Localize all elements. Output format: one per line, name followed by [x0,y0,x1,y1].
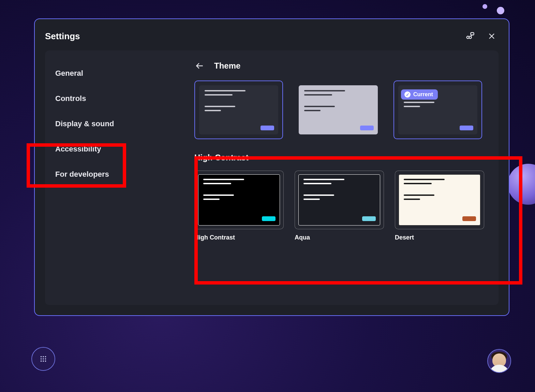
high-contrast-label: High Contrast [194,234,284,241]
decorative-moon [482,4,487,9]
settings-panel: Settings General Controls Display & soun… [34,18,509,316]
sidebar-item-general[interactable]: General [45,61,175,86]
current-badge-label: Current [413,91,433,98]
high-contrast-option-desert[interactable] [395,171,484,229]
svg-point-1 [469,36,472,39]
high-contrast-title: High Contrast [194,153,492,162]
sidebar-item-accessibility[interactable]: Accessibility [45,136,175,162]
high-contrast-option-high-contrast[interactable] [194,171,284,229]
svg-point-3 [41,356,42,358]
svg-point-10 [43,361,44,362]
close-icon[interactable] [485,29,499,43]
theme-option-light[interactable] [294,81,383,139]
theme-option-dark[interactable] [194,81,283,139]
svg-rect-2 [471,33,474,35]
back-arrow-icon[interactable] [194,61,205,71]
theme-content: Theme [175,50,499,305]
svg-point-6 [41,358,42,360]
sidebar-item-display-sound[interactable]: Display & sound [45,111,175,136]
high-contrast-option-aqua[interactable] [295,171,384,229]
settings-sidebar: General Controls Display & sound Accessi… [45,50,175,305]
high-contrast-row: High Contrast Aqua [194,171,492,241]
apps-button[interactable] [31,347,55,371]
theme-option-current[interactable]: ✓ Current [393,81,482,139]
feedback-icon[interactable] [463,29,477,43]
svg-point-8 [45,358,46,360]
decorative-planet [508,164,535,205]
svg-point-7 [43,358,44,360]
svg-point-5 [45,356,46,358]
sidebar-item-for-developers[interactable]: For developers [45,162,175,187]
sidebar-item-controls[interactable]: Controls [45,86,175,111]
high-contrast-label: Desert [395,234,484,241]
svg-point-4 [43,356,44,358]
avatar-button[interactable] [487,349,511,373]
current-badge: ✓ Current [401,89,438,100]
avatar-shirt [489,365,509,373]
content-title: Theme [214,61,240,71]
decorative-moon [497,7,504,14]
svg-point-11 [45,361,46,362]
panel-header: Settings [45,29,499,43]
check-icon: ✓ [404,91,411,98]
svg-point-9 [41,361,42,362]
high-contrast-label: Aqua [295,234,384,241]
panel-body: General Controls Display & sound Accessi… [45,50,499,305]
standard-theme-row: ✓ Current [194,81,492,139]
page-title: Settings [45,31,455,42]
